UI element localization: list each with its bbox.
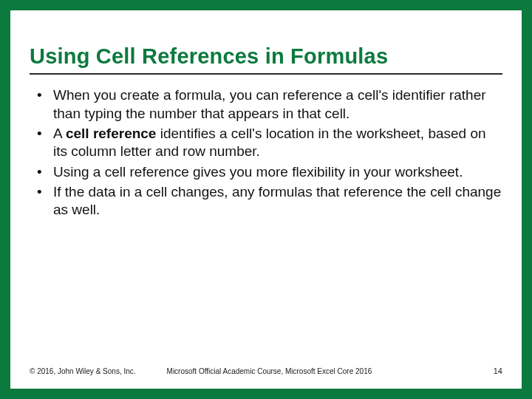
list-item: If the data in a cell changes, any formu… (31, 183, 502, 219)
slide-title: Using Cell References in Formulas (30, 44, 502, 75)
slide: Using Cell References in Formulas When y… (10, 10, 522, 389)
list-item: A cell reference identifies a cell's loc… (31, 125, 502, 161)
footer-course: Microsoft Official Academic Course, Micr… (167, 367, 372, 375)
footer-page-number: 14 (494, 366, 502, 375)
bullet-text: Using a cell reference gives you more fl… (53, 164, 463, 180)
bullet-list: When you create a formula, you can refer… (30, 86, 502, 219)
bullet-bold: cell reference (66, 126, 157, 141)
list-item: When you create a formula, you can refer… (31, 86, 502, 123)
bullet-text: If the data in a cell changes, any formu… (53, 184, 501, 217)
slide-footer: © 2016, John Wiley & Sons, Inc. Microsof… (30, 366, 502, 375)
footer-copyright: © 2016, John Wiley & Sons, Inc. (30, 367, 136, 375)
list-item: Using a cell reference gives you more fl… (31, 163, 502, 181)
slide-body: When you create a formula, you can refer… (30, 86, 502, 366)
bullet-text: A (53, 126, 66, 141)
bullet-text: When you create a formula, you can refer… (53, 87, 486, 120)
